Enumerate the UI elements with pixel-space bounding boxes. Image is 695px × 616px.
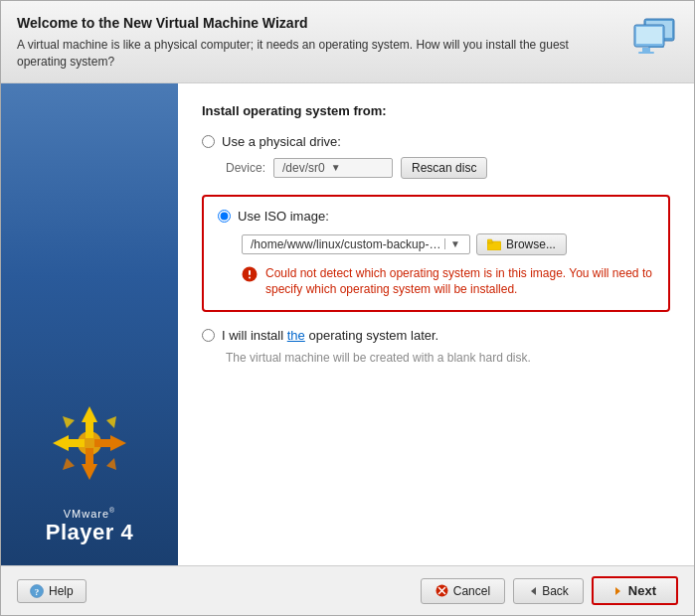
- section-title: Install operating system from:: [202, 103, 670, 118]
- iso-dropdown-arrow-icon[interactable]: ▼: [444, 238, 465, 249]
- back-button[interactable]: Back: [513, 578, 584, 604]
- dialog-title: Welcome to the New Virtual Machine Wizar…: [17, 15, 594, 31]
- physical-drive-option-row: Use a physical drive:: [202, 134, 670, 149]
- svg-marker-11: [82, 464, 97, 480]
- svg-marker-32: [531, 587, 536, 595]
- vmware-brand-name: VMware®: [46, 507, 133, 520]
- svg-marker-13: [53, 435, 69, 451]
- next-label: Next: [628, 583, 656, 598]
- warning-row: Could not detect which operating system …: [242, 265, 654, 299]
- svg-marker-18: [106, 416, 116, 428]
- next-button[interactable]: Next: [592, 576, 678, 605]
- install-later-prefix: I will install: [222, 328, 287, 343]
- warning-icon: [242, 266, 258, 285]
- dialog-window: Welcome to the New Virtual Machine Wizar…: [0, 0, 695, 616]
- svg-rect-16: [94, 439, 112, 447]
- physical-drive-radio[interactable]: [202, 135, 215, 148]
- sidebar: VMware® Player 4: [1, 83, 178, 565]
- header: Welcome to the New Virtual Machine Wizar…: [1, 1, 694, 83]
- dropdown-arrow-icon: ▼: [331, 162, 341, 173]
- install-later-label[interactable]: I will install the operating system late…: [222, 328, 438, 343]
- vmware-product-name: Player 4: [46, 520, 133, 545]
- install-later-option-row: I will install the operating system late…: [202, 328, 670, 343]
- device-select[interactable]: /dev/sr0 ▼: [273, 158, 393, 178]
- cancel-label: Cancel: [453, 584, 490, 598]
- device-row: Device: /dev/sr0 ▼ Rescan disc: [226, 157, 670, 179]
- svg-marker-17: [63, 416, 75, 428]
- install-later-link: the: [287, 328, 305, 343]
- rescan-disc-button[interactable]: Rescan disc: [401, 157, 487, 179]
- vmware-header-icon: [630, 15, 678, 59]
- footer: ? Help Cancel Back: [1, 565, 694, 615]
- dialog-subtitle: A virtual machine is like a physical com…: [17, 37, 594, 71]
- folder-icon: [487, 238, 501, 250]
- iso-section: Use ISO image: /home/www/linux/custom-ba…: [202, 195, 670, 313]
- svg-rect-14: [67, 439, 85, 447]
- next-icon: [613, 586, 623, 596]
- vmware-logo: VMware® Player 4: [46, 507, 133, 545]
- body: VMware® Player 4 Install operating syste…: [1, 83, 694, 565]
- svg-marker-15: [110, 435, 126, 451]
- svg-rect-10: [86, 420, 93, 438]
- install-later-suffix: operating system later.: [305, 328, 438, 343]
- footer-right: Cancel Back Next: [421, 576, 678, 605]
- cancel-button[interactable]: Cancel: [421, 578, 505, 604]
- browse-label: Browse...: [506, 237, 556, 251]
- svg-rect-7: [638, 52, 654, 54]
- svg-rect-23: [487, 239, 492, 242]
- iso-option-row: Use ISO image:: [218, 209, 654, 224]
- footer-left: ? Help: [17, 579, 87, 603]
- help-icon: ?: [30, 584, 44, 598]
- install-later-radio[interactable]: [202, 329, 215, 342]
- svg-rect-5: [636, 27, 662, 44]
- svg-marker-19: [63, 458, 75, 470]
- warning-text: Could not detect which operating system …: [265, 265, 654, 299]
- iso-path-value: /home/www/linux/custom-backup-ubunt…: [251, 237, 444, 251]
- iso-path-input[interactable]: /home/www/linux/custom-backup-ubunt… ▼: [242, 234, 470, 254]
- svg-point-26: [249, 276, 251, 278]
- svg-text:?: ?: [35, 587, 40, 597]
- svg-rect-6: [642, 48, 650, 52]
- svg-marker-9: [82, 406, 97, 422]
- main-content: Install operating system from: Use a phy…: [178, 83, 694, 565]
- help-button[interactable]: ? Help: [17, 579, 87, 603]
- cancel-icon: [435, 584, 448, 597]
- iso-image-radio[interactable]: [218, 210, 231, 223]
- iso-path-row: /home/www/linux/custom-backup-ubunt… ▼ B…: [242, 233, 654, 255]
- vmware-move-icon: [45, 398, 134, 491]
- header-text: Welcome to the New Virtual Machine Wizar…: [17, 15, 594, 71]
- back-icon: [528, 586, 538, 596]
- browse-button[interactable]: Browse...: [476, 233, 567, 255]
- svg-marker-20: [106, 458, 116, 470]
- device-value: /dev/sr0: [282, 161, 325, 175]
- iso-image-label[interactable]: Use ISO image:: [238, 209, 329, 224]
- help-label: Help: [49, 584, 74, 598]
- svg-rect-25: [249, 270, 251, 275]
- back-label: Back: [542, 584, 569, 598]
- svg-marker-33: [615, 587, 620, 595]
- physical-drive-label[interactable]: Use a physical drive:: [222, 134, 341, 149]
- install-later-description: The virtual machine will be created with…: [226, 351, 670, 365]
- svg-rect-12: [86, 448, 93, 466]
- install-later-section: I will install the operating system late…: [202, 328, 670, 365]
- device-label-text: Device:: [226, 161, 265, 175]
